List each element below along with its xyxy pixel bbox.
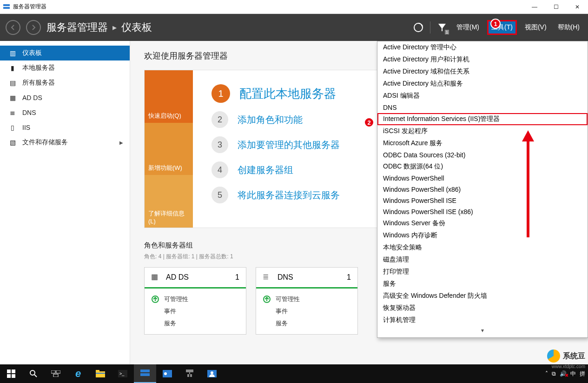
- sidebar-item-iis[interactable]: ▯ IIS: [0, 120, 130, 135]
- role-card-dns[interactable]: ≣DNS 1 可管理性 事件 服务: [256, 267, 358, 335]
- start-button[interactable]: [0, 364, 22, 383]
- tools-item-ad-sites[interactable]: Active Directory 站点和服务: [377, 78, 588, 90]
- taskbar-dns-icon[interactable]: [178, 364, 201, 383]
- svg-rect-10: [7, 374, 11, 378]
- refresh-icon[interactable]: [412, 21, 424, 34]
- watermark-text: 系统豆: [563, 351, 585, 361]
- tools-item-disk-cleanup[interactable]: 磁盘清理: [377, 254, 588, 266]
- tools-item-defender-firewall[interactable]: 高级安全 Windows Defender 防火墙: [377, 290, 588, 302]
- back-button[interactable]: [6, 20, 20, 35]
- menu-view[interactable]: 视图(V): [522, 21, 549, 34]
- sidebar: ▥ 仪表板 ▮ 本地服务器 ▤ 所有服务器 ▦ AD DS ≣ DNS ▯ II…: [0, 41, 130, 364]
- svg-rect-1: [3, 7, 10, 9]
- quickstart-tab[interactable]: 快速启动(Q): [145, 70, 193, 123]
- role-card-adds[interactable]: ▦AD DS 1 可管理性 事件 服务: [144, 267, 246, 335]
- notifications-icon[interactable]: 1: [436, 21, 448, 34]
- sidebar-item-label: DNS: [22, 109, 36, 116]
- svg-rect-0: [3, 4, 10, 6]
- tools-item-powershell[interactable]: Windows PowerShell: [377, 173, 588, 184]
- svg-rect-16: [53, 374, 58, 377]
- tools-item-iscsi[interactable]: iSCSI 发起程序: [377, 125, 588, 137]
- maximize-button[interactable]: ☐: [545, 0, 567, 14]
- sidebar-item-dashboard[interactable]: ▥ 仪表板: [0, 46, 130, 60]
- breadcrumb-app[interactable]: 服务器管理器: [46, 20, 108, 34]
- tools-item-local-sec-policy[interactable]: 本地安全策略: [377, 242, 588, 254]
- taskbar-server-manager-icon[interactable]: [134, 364, 156, 383]
- ime-indicator[interactable]: 中: [570, 370, 576, 378]
- tray-network-icon[interactable]: ⧉: [552, 370, 556, 377]
- menu-help[interactable]: 帮助(H): [555, 21, 582, 34]
- tray-volume-icon[interactable]: 🔊✖: [560, 370, 567, 377]
- tools-item-ad-users[interactable]: Active Directory 用户和计算机: [377, 54, 588, 66]
- step-label: 配置此本地服务器: [239, 86, 336, 102]
- storage-icon: ▧: [8, 139, 17, 146]
- taskbar-people-icon[interactable]: [201, 364, 223, 383]
- sidebar-item-local-server[interactable]: ▮ 本地服务器: [0, 60, 130, 75]
- tools-dropdown: Active Directory 管理中心 Active Directory 用…: [377, 41, 588, 338]
- tools-item-powershell-ise[interactable]: Windows PowerShell ISE: [377, 195, 588, 206]
- servers-icon: ▤: [8, 79, 17, 87]
- tools-item-recovery-drive[interactable]: 恢复驱动器: [377, 302, 588, 314]
- tools-item-dns[interactable]: DNS: [377, 102, 588, 113]
- tools-item-print-mgmt[interactable]: 打印管理: [377, 266, 588, 278]
- taskbar-explorer-icon[interactable]: [89, 364, 112, 383]
- dropdown-more-icon[interactable]: ▾: [377, 326, 588, 335]
- taskbar: e >_ ˄ ⧉ 🔊✖ 中 拼: [0, 364, 588, 383]
- tools-item-server-backup[interactable]: Windows Server 备份: [377, 217, 588, 229]
- tools-item-adsi[interactable]: ADSI 编辑器: [377, 90, 588, 102]
- header-divider: [430, 21, 430, 34]
- sidebar-item-all-servers[interactable]: ▤ 所有服务器: [0, 75, 130, 90]
- tools-item-odbc64[interactable]: ODBC 数据源(64 位): [377, 161, 588, 173]
- tools-item-memory-diag[interactable]: Windows 内存诊断: [377, 229, 588, 242]
- taskview-button[interactable]: [45, 364, 67, 383]
- close-button[interactable]: ✕: [567, 0, 588, 14]
- tools-item-ad-admin-center[interactable]: Active Directory 管理中心: [377, 41, 588, 54]
- taskbar-cmd-icon[interactable]: >_: [112, 364, 134, 383]
- svg-line-13: [34, 375, 37, 377]
- svg-rect-8: [7, 370, 11, 373]
- sidebar-item-label: 仪表板: [22, 49, 42, 57]
- svg-point-25: [164, 372, 167, 375]
- role-row-label: 服务: [164, 319, 176, 328]
- forward-button[interactable]: [26, 20, 41, 35]
- tools-item-azure[interactable]: Microsoft Azure 服务: [377, 137, 588, 149]
- taskbar-app-icon[interactable]: [156, 364, 178, 383]
- tools-item-iis-manager[interactable]: Internet Information Services (IIS)管理器: [377, 113, 588, 125]
- search-button[interactable]: [22, 364, 45, 383]
- sidebar-item-dns[interactable]: ≣ DNS: [0, 105, 130, 120]
- iis-icon: ▯: [8, 124, 17, 131]
- taskbar-ie-icon[interactable]: e: [67, 364, 89, 383]
- learnmore-tab[interactable]: 了解详细信息(L): [145, 175, 193, 228]
- role-row-label: 事件: [164, 307, 176, 316]
- tools-item-computer-mgmt[interactable]: 计算机管理: [377, 314, 588, 326]
- annotation-arrow-icon: [521, 130, 535, 242]
- status-ok-icon: [263, 295, 271, 303]
- tools-item-powershell-ise-x86[interactable]: Windows PowerShell ISE (x86): [377, 206, 588, 217]
- step-number-icon: 1: [211, 84, 230, 103]
- tray-chevron-icon[interactable]: ˄: [545, 370, 548, 377]
- svg-rect-15: [56, 370, 60, 373]
- breadcrumb-page[interactable]: 仪表板: [121, 20, 152, 34]
- minimize-button[interactable]: ―: [524, 0, 545, 14]
- svg-rect-26: [186, 370, 193, 372]
- dns-icon: ≣: [263, 272, 273, 282]
- whatsnew-tab[interactable]: 新增功能(W): [145, 123, 193, 175]
- ime-mode[interactable]: 拼: [580, 370, 585, 378]
- sidebar-item-adds[interactable]: ▦ AD DS: [0, 90, 130, 105]
- step-label: 添加角色和功能: [238, 114, 303, 126]
- role-card-title: AD DS: [166, 273, 189, 282]
- header-bar: 服务器管理器 ▸ 仪表板 1 管理(M) 工具(T) 视图(V) 帮助(H): [0, 14, 588, 41]
- tools-item-ad-domains[interactable]: Active Directory 域和信任关系: [377, 66, 588, 78]
- svg-point-31: [211, 371, 213, 374]
- role-card-title: DNS: [277, 273, 293, 282]
- role-card-count: 1: [235, 273, 239, 282]
- tools-item-odbc32[interactable]: ODBC Data Sources (32-bit): [377, 149, 588, 161]
- step-number-icon: 3: [211, 136, 228, 153]
- tools-item-services[interactable]: 服务: [377, 278, 588, 290]
- tools-item-powershell-x86[interactable]: Windows PowerShell (x86): [377, 184, 588, 195]
- adds-icon: ▦: [8, 94, 17, 101]
- svg-rect-18: [96, 370, 99, 372]
- menu-manage[interactable]: 管理(M): [454, 21, 482, 34]
- sidebar-item-file-storage[interactable]: ▧ 文件和存储服务 ▶: [0, 135, 130, 150]
- role-card-count: 1: [347, 273, 351, 282]
